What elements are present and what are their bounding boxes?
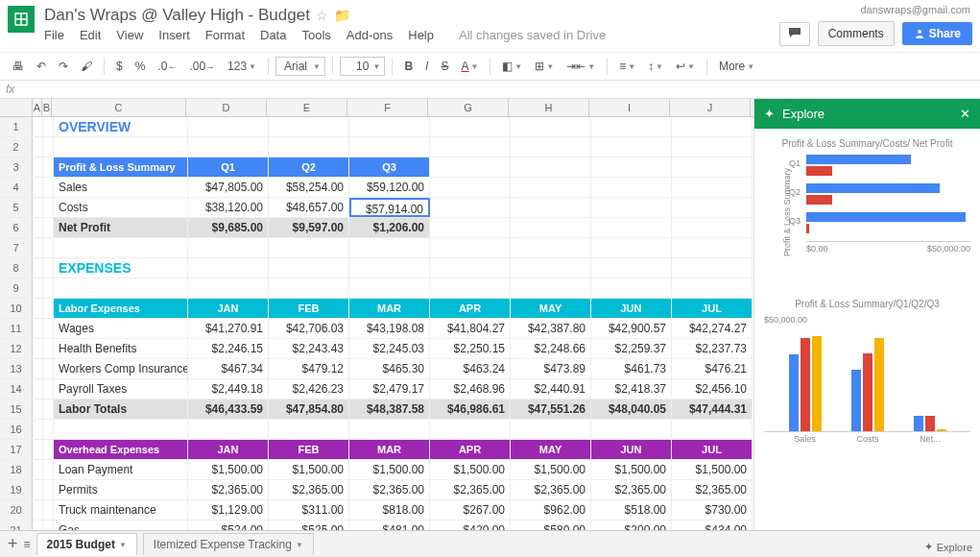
cell[interactable]: $2,245.03 (349, 339, 430, 358)
cell[interactable] (349, 278, 430, 298)
cell[interactable]: $58,254.00 (269, 178, 349, 197)
cell[interactable]: $42,706.03 (269, 319, 349, 338)
cell[interactable] (430, 278, 511, 298)
cell[interactable]: $47,805.00 (188, 178, 269, 197)
cell[interactable] (349, 137, 430, 157)
select-all-corner[interactable] (0, 99, 33, 116)
cell[interactable]: EXPENSES (54, 258, 188, 278)
cell[interactable]: $2,426.23 (269, 379, 349, 399)
cell[interactable] (591, 258, 672, 278)
cell[interactable]: $2,456.10 (672, 379, 753, 399)
cell[interactable] (188, 238, 269, 257)
row-header[interactable]: 5 (0, 198, 33, 217)
cell[interactable]: $818.00 (349, 500, 430, 520)
menu-help[interactable]: Help (408, 28, 434, 42)
cell[interactable] (349, 420, 430, 439)
cell[interactable] (269, 420, 349, 439)
cell[interactable]: Q2 (269, 157, 349, 177)
print-icon[interactable]: 🖶 (8, 57, 29, 76)
cell[interactable]: $2,237.73 (672, 339, 753, 358)
cell[interactable] (33, 238, 43, 257)
cell[interactable] (54, 238, 188, 257)
cell[interactable] (511, 157, 591, 177)
cell[interactable] (43, 137, 54, 157)
cell[interactable] (672, 178, 753, 197)
h-align-icon[interactable]: ≡▼ (614, 57, 640, 76)
cell[interactable] (43, 480, 54, 499)
menu-tools[interactable]: Tools (301, 28, 330, 42)
cell[interactable]: $1,500.00 (430, 460, 511, 479)
cell[interactable]: OVERVIEW (54, 117, 188, 136)
cell[interactable]: Wages (54, 319, 188, 338)
cell[interactable]: $1,500.00 (511, 460, 591, 479)
cell[interactable] (43, 460, 54, 479)
cell[interactable]: $48,387.58 (349, 400, 430, 419)
cell[interactable] (33, 299, 43, 318)
cell[interactable] (43, 299, 54, 318)
cell[interactable] (43, 258, 54, 278)
merge-icon[interactable]: ⇥⇤▼ (562, 57, 600, 76)
borders-icon[interactable]: ⊞▼ (530, 57, 559, 76)
cell[interactable] (511, 218, 591, 237)
col-header[interactable]: B (42, 99, 52, 116)
cell[interactable] (591, 117, 672, 136)
cell[interactable]: $2,440.91 (511, 379, 591, 399)
cell[interactable] (33, 500, 43, 520)
cell[interactable] (591, 198, 672, 217)
row-header[interactable]: 14 (0, 379, 33, 399)
cell[interactable]: $46,433.59 (188, 400, 269, 419)
menu-format[interactable]: Format (205, 28, 245, 42)
row-header[interactable]: 16 (0, 420, 33, 439)
cell[interactable]: $1,206.00 (349, 218, 430, 237)
cell[interactable] (54, 137, 188, 157)
cell[interactable] (43, 178, 54, 197)
cell[interactable]: $47,444.31 (672, 400, 753, 419)
cell[interactable]: $41,270.91 (188, 319, 269, 338)
cell[interactable] (33, 420, 43, 439)
col-header[interactable]: J (670, 99, 751, 116)
cell[interactable] (672, 420, 753, 439)
chart1[interactable]: Profit & Loss Summary Q1 Q2 Q3 $0.00$50, (764, 155, 970, 279)
cell[interactable] (430, 198, 511, 217)
row-header[interactable]: 18 (0, 460, 33, 479)
cell[interactable] (430, 178, 511, 197)
cell[interactable] (591, 278, 672, 298)
cell[interactable] (43, 278, 54, 298)
cell[interactable]: FEB (269, 440, 349, 459)
cell[interactable] (43, 198, 54, 217)
cell[interactable] (33, 198, 43, 217)
cell[interactable]: Labor Totals (54, 400, 188, 419)
tab-itemized[interactable]: Itemized Expense Tracking▼ (143, 533, 314, 555)
cell[interactable]: $2,365.00 (511, 480, 591, 499)
v-align-icon[interactable]: ↕▼ (643, 57, 668, 76)
comment-icon-button[interactable] (779, 22, 810, 46)
italic-icon[interactable]: I (420, 57, 433, 76)
cell[interactable]: $1,500.00 (591, 460, 672, 479)
cell[interactable] (591, 238, 672, 257)
cell[interactable]: $2,259.37 (591, 339, 672, 358)
cell[interactable]: MAR (349, 440, 430, 459)
cell[interactable]: $41,804.27 (430, 319, 511, 338)
font-family[interactable]: Arial▼ (275, 57, 325, 76)
cell[interactable] (349, 258, 430, 278)
row-header[interactable]: 2 (0, 137, 33, 157)
dec-decimal[interactable]: .0← (153, 57, 181, 76)
menu-view[interactable]: View (116, 28, 143, 42)
cell[interactable]: $48,657.00 (269, 198, 349, 217)
cell[interactable]: $48,040.05 (591, 400, 672, 419)
more-button[interactable]: More▼ (714, 57, 759, 76)
menu-edit[interactable]: Edit (80, 28, 101, 42)
cell[interactable]: MAY (511, 299, 591, 318)
cell[interactable]: $518.00 (591, 500, 672, 520)
cell[interactable] (188, 137, 269, 157)
bold-icon[interactable]: B (399, 57, 418, 76)
cell[interactable]: Sales (54, 178, 188, 197)
row-header[interactable]: 8 (0, 258, 33, 278)
cell[interactable] (43, 379, 54, 399)
cell[interactable] (430, 420, 511, 439)
cell[interactable] (430, 218, 511, 237)
cell[interactable]: $311.00 (269, 500, 349, 520)
cell[interactable]: JAN (188, 440, 269, 459)
user-email[interactable]: danswraps@gmail.com (861, 4, 971, 15)
strike-icon[interactable]: S (436, 57, 453, 76)
